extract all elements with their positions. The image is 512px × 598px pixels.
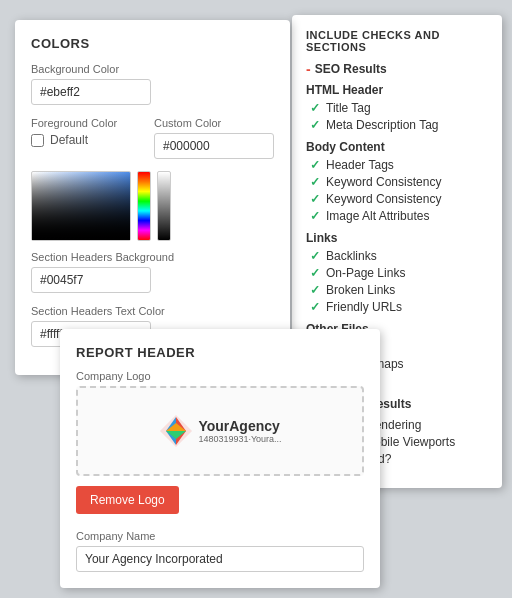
checkmark-meta-desc: ✓ [310,118,320,132]
check-onpage-links: ✓ On-Page Links [306,266,488,280]
agency-logo-icon [158,413,194,449]
color-gradient[interactable] [31,171,131,241]
logo-upload-area[interactable]: YourAgency 1480319931·Youra... [76,386,364,476]
section-headers-bg-label: Section Headers Background [31,251,274,263]
links-group: Links ✓ Backlinks ✓ On-Page Links ✓ Brok… [306,231,488,314]
agency-sub-text: 1480319931·Youra... [198,434,281,444]
check-title-tag: ✓ Title Tag [306,101,488,115]
company-name-label: Company Name [76,530,364,542]
background-color-group: Background Color [31,63,274,105]
label-keyword-1: Keyword Consistency [326,175,441,189]
body-content-group: Body Content ✓ Header Tags ✓ Keyword Con… [306,140,488,223]
checkmark-title-tag: ✓ [310,101,320,115]
check-meta-desc: ✓ Meta Description Tag [306,118,488,132]
company-logo-label: Company Logo [76,370,364,382]
logo-text-wrap: YourAgency 1480319931·Youra... [198,418,281,444]
background-color-input[interactable] [31,79,151,105]
check-image-alt: ✓ Image Alt Attributes [306,209,488,223]
seo-section-label: SEO Results [315,62,387,76]
label-friendly-urls: Friendly URLs [326,300,402,314]
custom-color-col: Custom Color [154,117,274,159]
check-friendly-urls: ✓ Friendly URLs [306,300,488,314]
custom-color-label: Custom Color [154,117,274,129]
label-keyword-2: Keyword Consistency [326,192,441,206]
checks-panel-title: INCLUDE CHECKS AND SECTIONS [306,29,488,53]
html-header-group: HTML Header ✓ Title Tag ✓ Meta Descripti… [306,83,488,132]
agency-logo: YourAgency 1480319931·Youra... [158,413,281,449]
colors-panel-title: COLORS [31,36,274,51]
check-header-tags: ✓ Header Tags [306,158,488,172]
checkmark-keyword-1: ✓ [310,175,320,189]
label-broken-links: Broken Links [326,283,395,297]
label-header-tags: Header Tags [326,158,394,172]
colors-panel: COLORS Background Color Foreground Color… [15,20,290,375]
background-color-label: Background Color [31,63,274,75]
seo-toggle-icon: - [306,61,311,77]
label-title-tag: Title Tag [326,101,371,115]
checkmark-image-alt: ✓ [310,209,320,223]
check-backlinks: ✓ Backlinks [306,249,488,263]
label-image-alt: Image Alt Attributes [326,209,429,223]
agency-brand-name: YourAgency [198,418,281,434]
check-keyword-consistency-1: ✓ Keyword Consistency [306,175,488,189]
label-backlinks: Backlinks [326,249,377,263]
checkmark-keyword-2: ✓ [310,192,320,206]
remove-logo-button[interactable]: Remove Logo [76,486,179,514]
section-headers-bg-group: Section Headers Background [31,251,274,293]
color-picker-area[interactable] [31,171,274,241]
section-headers-text-label: Section Headers Text Color [31,305,274,317]
check-broken-links: ✓ Broken Links [306,283,488,297]
company-name-input[interactable] [76,546,364,572]
checkmark-onpage-links: ✓ [310,266,320,280]
check-keyword-consistency-2: ✓ Keyword Consistency [306,192,488,206]
foreground-default-checkbox[interactable] [31,134,44,147]
foreground-color-label: Foreground Color [31,117,142,129]
custom-color-input[interactable] [154,133,274,159]
section-headers-bg-input[interactable] [31,267,151,293]
foreground-color-col: Foreground Color Default [31,117,142,159]
checkmark-friendly-urls: ✓ [310,300,320,314]
foreground-default-row: Default [31,133,142,147]
seo-section-toggle[interactable]: - SEO Results [306,61,488,77]
checkmark-header-tags: ✓ [310,158,320,172]
body-content-title: Body Content [306,140,488,154]
checkmark-broken-links: ✓ [310,283,320,297]
black-bar[interactable] [157,171,171,241]
label-onpage-links: On-Page Links [326,266,405,280]
links-title: Links [306,231,488,245]
checkmark-backlinks: ✓ [310,249,320,263]
html-header-title: HTML Header [306,83,488,97]
hue-bar[interactable] [137,171,151,241]
company-name-section: Company Name [76,530,364,572]
foreground-default-label: Default [50,133,88,147]
report-panel-title: REPORT HEADER [76,345,364,360]
report-panel: REPORT HEADER Company Logo YourAgency 14… [60,329,380,588]
foreground-custom-row: Foreground Color Default Custom Color [31,117,274,159]
label-meta-desc: Meta Description Tag [326,118,439,132]
